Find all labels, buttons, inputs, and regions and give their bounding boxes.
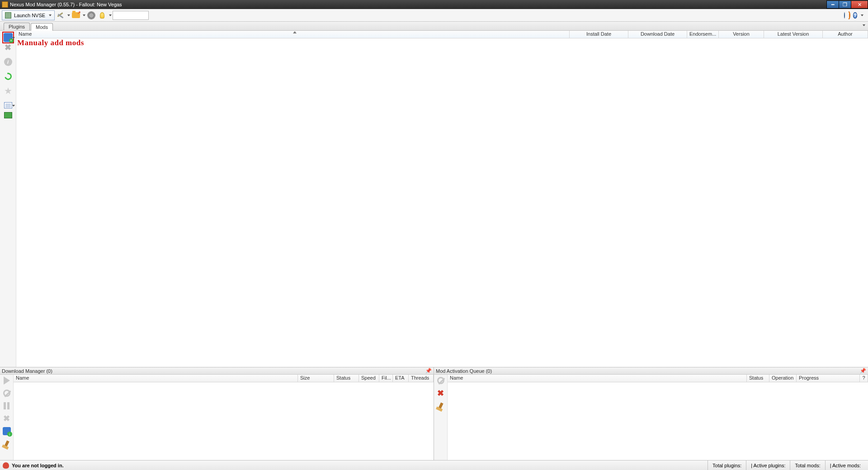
dcol-name[interactable]: Name — [14, 375, 298, 382]
col-name[interactable]: Name — [16, 31, 570, 38]
remove-mod-button[interactable]: ✖ — [2, 42, 14, 53]
maximize-button[interactable]: ❐ — [839, 0, 851, 9]
col-download-date[interactable]: Download Date — [628, 31, 687, 38]
install-download-button[interactable] — [2, 426, 12, 436]
queue-side-toolbar: ✖ — [434, 375, 448, 460]
cancel-icon — [437, 377, 444, 384]
window-title: Nexus Mod Manager (0.55.7) - Fallout: Ne… — [10, 2, 122, 7]
tab-bar: Plugins Mods — [0, 22, 868, 31]
queue-clear-button[interactable] — [436, 401, 446, 411]
list-icon — [4, 102, 12, 108]
status-total-plugins: Total plugins: — [708, 461, 746, 470]
col-version[interactable]: Version — [719, 31, 764, 38]
folder-icon — [72, 12, 80, 18]
game-icon — [5, 12, 11, 19]
search-input[interactable] — [113, 11, 149, 20]
pin-icon[interactable]: 📌 — [425, 368, 432, 374]
qcol-operation[interactable]: Operation — [769, 375, 797, 382]
bottom-panels: Download Manager (0) 📌 ✖ Name Size Statu… — [0, 367, 868, 460]
tab-mods[interactable]: Mods — [31, 23, 53, 31]
download-side-toolbar: ✖ — [0, 375, 14, 460]
launch-button[interactable]: Launch NVSE — [2, 10, 55, 20]
puzzle-down-icon — [3, 427, 11, 435]
gear-icon — [88, 12, 95, 19]
qcol-status[interactable]: Status — [747, 375, 769, 382]
activation-queue-panel: Mod Activation Queue (0) 📌 ✖ Name Status… — [434, 367, 868, 460]
broom-icon — [4, 440, 9, 447]
puzzle-add-icon — [4, 33, 13, 42]
tools-button[interactable] — [56, 10, 66, 20]
refresh-green-icon — [3, 71, 13, 81]
user-icon — [3, 462, 9, 469]
pause-button[interactable] — [2, 401, 12, 411]
download-headers: Name Size Status Speed Fil... ETA Thread… — [14, 375, 434, 382]
mods-list: Name Install Date Download Date Endorsem… — [16, 31, 868, 367]
tips-button[interactable] — [97, 10, 107, 20]
cancel-icon — [3, 390, 10, 397]
dcol-speed[interactable]: Speed — [359, 375, 379, 382]
pin-icon[interactable]: 📌 — [860, 368, 866, 374]
update-button[interactable] — [848, 13, 850, 18]
status-active-plugins: | Active plugins: — [746, 461, 790, 470]
col-install-date[interactable]: Install Date — [570, 31, 628, 38]
download-panel-title[interactable]: Download Manager (0) 📌 — [0, 367, 434, 375]
dcol-eta[interactable]: ETA — [393, 375, 409, 382]
chevron-down-icon[interactable] — [67, 14, 70, 16]
tab-plugins[interactable]: Plugins — [4, 23, 30, 30]
close-button[interactable]: ✕ — [851, 0, 868, 9]
play-icon — [4, 376, 10, 385]
mod-info-button[interactable]: i — [2, 56, 14, 68]
add-mod-button[interactable] — [2, 32, 14, 43]
content-area: ✖ i ★ Name Install Date Download Date En… — [0, 31, 868, 367]
status-total-mods: Total mods: — [790, 461, 825, 470]
col-endorsement[interactable]: Endorsem... — [687, 31, 719, 38]
tab-overflow[interactable] — [863, 24, 865, 26]
qcol-help[interactable]: ? — [860, 375, 868, 382]
titlebar: Nexus Mod Manager (0.55.7) - Fallout: Ne… — [0, 0, 868, 9]
queue-headers: Name Status Operation Progress ? — [448, 375, 868, 382]
queue-list: Name Status Operation Progress ? — [448, 375, 868, 460]
chevron-down-icon[interactable] — [109, 14, 112, 16]
dcol-status[interactable]: Status — [334, 375, 359, 382]
dcol-threads[interactable]: Threads — [409, 375, 434, 382]
chevron-down-icon[interactable] — [861, 14, 863, 16]
remove-download-button[interactable]: ✖ — [2, 414, 12, 423]
clear-downloads-button[interactable] — [2, 439, 12, 449]
resume-button[interactable] — [2, 376, 12, 385]
dcol-file[interactable]: Fil... — [379, 375, 393, 382]
queue-remove-button[interactable]: ✖ — [436, 388, 446, 398]
chevron-down-icon[interactable] — [83, 14, 85, 16]
pause-icon — [4, 402, 10, 409]
lightbulb-icon — [100, 12, 104, 19]
chevron-down-icon — [49, 14, 52, 16]
qcol-name[interactable]: Name — [448, 375, 747, 382]
open-folder-button[interactable] — [71, 10, 81, 20]
dcol-size[interactable]: Size — [298, 375, 334, 382]
chevron-down-icon[interactable] — [12, 105, 15, 107]
list-body[interactable]: Manualy add mods — [16, 38, 868, 367]
col-author[interactable]: Author — [823, 31, 868, 38]
x-icon: ✖ — [3, 414, 10, 423]
help-button[interactable]: ? — [853, 12, 857, 19]
online-button[interactable] — [844, 13, 845, 18]
x-icon: ✖ — [5, 42, 11, 52]
download-list: Name Size Status Speed Fil... ETA Thread… — [14, 375, 434, 460]
sort-asc-icon — [293, 31, 297, 33]
money-icon — [4, 112, 12, 118]
info-icon: i — [4, 58, 12, 66]
queue-panel-title[interactable]: Mod Activation Queue (0) 📌 — [434, 367, 868, 375]
star-icon: ★ — [4, 85, 12, 96]
launch-label: Launch NVSE — [14, 13, 45, 18]
cancel-button[interactable] — [2, 388, 12, 398]
settings-button[interactable] — [86, 10, 96, 20]
check-updates-button[interactable] — [2, 70, 14, 82]
qcol-progress[interactable]: Progress — [797, 375, 860, 382]
help-icon: ? — [853, 12, 857, 19]
endorse-button[interactable]: ★ — [2, 85, 14, 97]
queue-cancel-button[interactable] — [436, 376, 446, 385]
x-red-icon: ✖ — [437, 388, 444, 398]
col-latest-version[interactable]: Latest Version — [764, 31, 823, 38]
main-toolbar: Launch NVSE ? — [0, 9, 868, 22]
donate-button[interactable] — [2, 109, 14, 121]
minimize-button[interactable]: ━ — [826, 0, 839, 9]
